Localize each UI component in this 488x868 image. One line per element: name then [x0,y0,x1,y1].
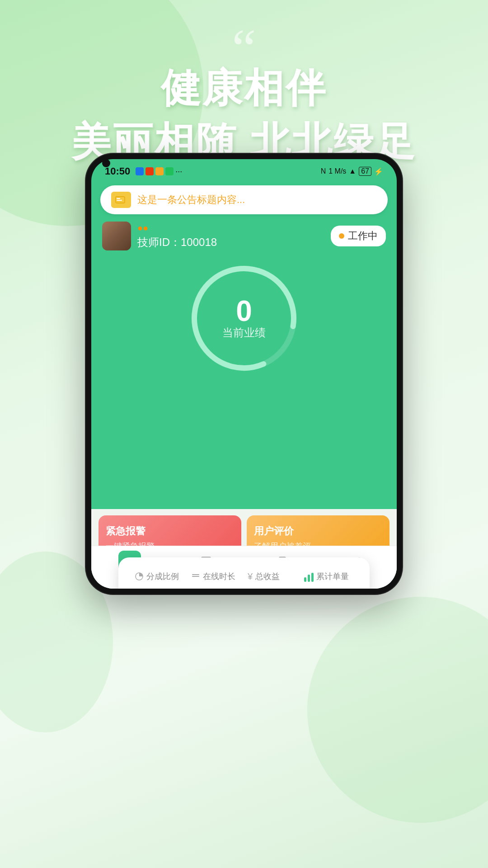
stat-total-income: ¥ 总收益 0 [244,571,300,589]
phone-mockup: 10:50 ··· N 1 M/s ▲ 67 ⚡ [86,154,402,594]
signal-text: 1 M/s [328,167,346,175]
stats-grid-row1: 分成比例 70% 在线时长 11435 [131,571,357,589]
review-card-title: 用户评价 [254,524,382,538]
stat-value-total-orders: 0 [304,585,314,589]
social-icons: ●● [137,223,217,233]
status-icons-right: N 1 M/s ▲ 67 ⚡ [321,167,383,176]
nfc-icon: N [321,167,326,175]
stat-label-commission: 分成比例 [146,571,179,582]
status-apps: 10:50 ··· [105,165,182,177]
online-dots: ●● [137,223,148,233]
work-status-label: 工作中 [348,229,378,243]
status-indicator-dot [339,233,344,239]
stat-value-total-income: 0 [248,585,257,589]
stat-total-orders: 累计单量 0 [300,571,357,589]
svg-rect-2 [117,200,122,201]
profile-info: ●● 技师ID：100018 [137,223,217,250]
more-icon: ··· [175,167,182,176]
announce-icon [111,192,131,208]
app-icon-2 [145,167,154,175]
performance-value: 0 [222,297,266,326]
announcement-text: 这是一条公告标题内容... [137,193,377,207]
stat-online-time: 在线时长 11435 [188,571,244,589]
status-time: 10:50 [105,165,130,177]
app-icon-1 [136,167,144,175]
stats-card: 分成比例 70% 在线时长 11435 [118,557,370,589]
camera-hole [102,159,110,167]
avatar-container [102,222,131,250]
svg-rect-1 [117,198,120,199]
yen-icon: ¥ [248,571,253,582]
phone-frame: 10:50 ··· N 1 M/s ▲ 67 ⚡ [86,154,402,594]
performance-center: 0 当前业绩 [222,297,266,340]
svg-rect-7 [192,574,199,575]
work-status-badge[interactable]: 工作中 [331,226,386,246]
announcement-bar[interactable]: 这是一条公告标题内容... [100,185,388,214]
stat-label-online-time: 在线时长 [203,571,235,582]
performance-circle-container: 0 当前业绩 [100,255,388,382]
battery-icon: 67 [359,167,371,176]
avatar [102,222,131,250]
stat-label-total-orders: 累计单量 [316,571,349,582]
profile-left: ●● 技师ID：100018 [102,222,217,250]
app-content: 这是一条公告标题内容... ●● [91,185,397,382]
bar-chart-icon [304,571,314,582]
phone-screen: 10:50 ··· N 1 M/s ▲ 67 ⚡ [91,159,397,589]
svg-rect-6 [192,576,199,577]
bg-decoration-bottom [307,597,488,823]
pie-icon [135,572,144,581]
minus-icon [191,572,200,581]
status-bar: 10:50 ··· N 1 M/s ▲ 67 ⚡ [91,159,397,181]
header-section: “ 健康相伴 美丽相随 北北绿足 [0,27,488,169]
stat-value-commission: 70% [135,585,169,589]
performance-label: 当前业绩 [222,326,266,339]
stat-commission: 分成比例 70% [131,571,188,589]
stat-label-total-income: 总收益 [255,571,280,582]
stat-value-online-time: 11435 [191,585,239,589]
headline-line1: 健康相伴 [0,61,488,115]
emergency-card-title: 紧急报警 [106,524,234,538]
app-icon-4 [165,167,174,175]
profile-row: ●● 技师ID：100018 工作中 [100,222,388,250]
charging-icon: ⚡ [374,167,383,176]
tech-id: 技师ID：100018 [137,236,217,248]
wifi-icon: ▲ [349,167,356,175]
app-icon-3 [155,167,164,175]
